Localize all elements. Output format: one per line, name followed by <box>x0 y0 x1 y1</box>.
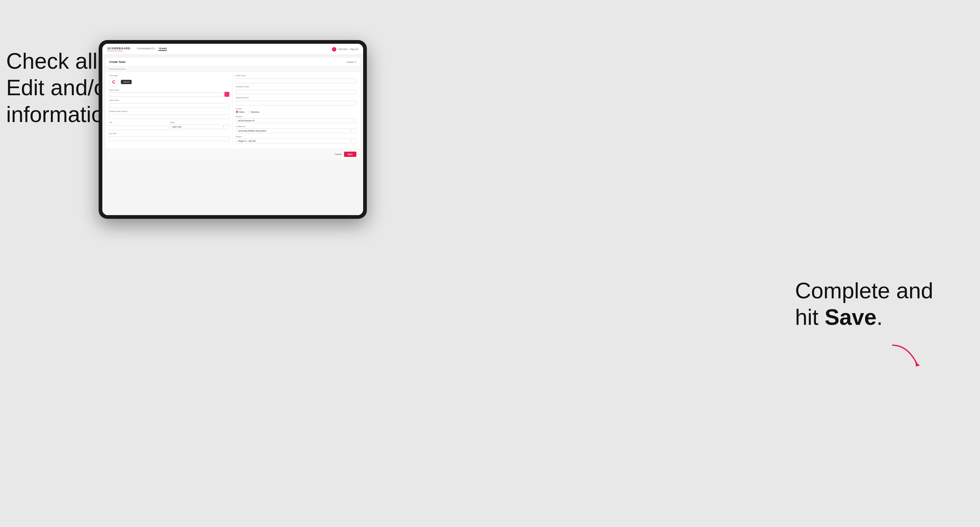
city-label: City <box>109 121 168 123</box>
upload-button[interactable]: Upload <box>121 80 132 84</box>
close-icon: ✕ <box>355 61 356 63</box>
team-colour-group: Team colour <box>109 89 229 97</box>
user-name: Test User | <box>338 48 348 50</box>
region-clear-icon[interactable]: ✕ <box>350 140 352 142</box>
display-name-group: Display name (unique) <box>109 110 229 119</box>
conference-label: Conference <box>236 125 356 127</box>
assistant-coach-label: Assistant Coach <box>236 86 356 87</box>
logo-section: C Upload <box>109 77 229 87</box>
form-right: Head Coach Assistant Coach Athletic Dire… <box>233 75 356 146</box>
athletic-director-label: Athletic Director <box>236 97 356 98</box>
gender-womens[interactable]: Womens <box>248 111 259 113</box>
division-chevron-icon: ⌃ <box>353 119 354 122</box>
mens-radio-dot[interactable] <box>236 111 238 113</box>
athletic-director-input[interactable] <box>236 101 356 105</box>
city-col: City <box>109 121 168 130</box>
region-group: Region Region II - (M) DIII ✕ ⌃ <box>236 136 356 143</box>
save-button[interactable]: Save <box>344 152 356 157</box>
head-coach-input[interactable] <box>236 79 356 83</box>
color-field <box>109 92 229 97</box>
logo-letter: C <box>112 79 115 84</box>
conference-select[interactable]: University Athletic Association ✕ ⌃ <box>236 128 356 133</box>
annotation-right-line1: Complete and <box>795 278 933 303</box>
conference-chevron-icon: ⌃ <box>353 130 354 132</box>
zip-group: Zip code <box>109 133 229 141</box>
navbar: SCOREBOARD Powered by clippd TOURNAMENTS… <box>102 44 363 55</box>
division-value: NCAA Division III <box>238 119 255 122</box>
team-name-label: Team name <box>109 99 229 101</box>
region-value: Region II - (M) DIII <box>238 140 350 142</box>
annotation-right-line2: hit <box>795 305 825 329</box>
head-coach-group: Head Coach <box>236 75 356 83</box>
state-clear-icon[interactable]: ✕ <box>223 125 224 128</box>
nav-teams[interactable]: TEAMS <box>159 48 167 51</box>
cancel-header[interactable]: Cancel ✕ <box>347 61 356 63</box>
division-group: Division NCAA Division III ⌃ <box>236 116 356 123</box>
page-content: Create Team Cancel ✕ TEAM DETAILS Team l… <box>102 55 363 215</box>
annotation-punct: . <box>877 305 883 329</box>
head-coach-label: Head Coach <box>236 75 356 76</box>
form-header: Create Team Cancel ✕ <box>105 58 360 66</box>
conference-value: University Athletic Association <box>238 130 350 132</box>
form-title: Create Team <box>109 60 126 63</box>
team-logo-label: Team logo <box>109 75 229 76</box>
colour-input[interactable] <box>109 92 223 97</box>
nav-links: TOURNAMENTS TEAMS <box>137 48 332 51</box>
user-avatar: T <box>332 47 336 51</box>
section-label: TEAM DETAILS <box>105 66 360 71</box>
cancel-button[interactable]: Cancel <box>335 153 342 156</box>
state-col: State New York ✕ ⌃ <box>170 121 229 130</box>
logo-circle: C <box>109 77 118 87</box>
city-input[interactable] <box>109 125 168 130</box>
city-state-group: City State New York ✕ ⌃ <box>109 121 229 130</box>
zip-label: Zip code <box>109 133 229 134</box>
form-left: Team logo C Upload Team colour <box>109 75 233 146</box>
womens-label: Womens <box>251 111 259 113</box>
form-footer: Cancel Save <box>105 149 360 159</box>
annotation-bold: Save <box>825 305 877 329</box>
region-label: Region <box>236 136 356 137</box>
team-logo-group: Team logo C Upload <box>109 75 229 87</box>
assistant-coach-group: Assistant Coach <box>236 86 356 94</box>
annotation-right: Complete and hit Save. <box>795 277 974 331</box>
svg-marker-1 <box>915 362 920 367</box>
cancel-label: Cancel <box>347 61 353 63</box>
brand-title: SCOREBOARD <box>107 47 130 50</box>
team-name-group: Team name <box>109 99 229 108</box>
nav-tournaments[interactable]: TOURNAMENTS <box>137 48 155 51</box>
state-select[interactable]: New York ✕ ⌃ <box>170 124 229 129</box>
brand-sub: Powered by clippd <box>107 50 130 52</box>
team-colour-label: Team colour <box>109 89 229 91</box>
form-container: Create Team Cancel ✕ TEAM DETAILS Team l… <box>105 58 360 159</box>
state-label: State <box>170 121 229 123</box>
division-label: Division <box>236 116 356 117</box>
state-chevron-icon: ⌃ <box>226 126 227 128</box>
right-arrow-icon <box>886 342 923 373</box>
gender-label: Gender <box>236 108 356 110</box>
division-select[interactable]: NCAA Division III ⌃ <box>236 118 356 123</box>
assistant-coach-input[interactable] <box>236 90 356 94</box>
tablet-screen: SCOREBOARD Powered by clippd TOURNAMENTS… <box>102 44 363 215</box>
display-name-label: Display name (unique) <box>109 110 229 112</box>
navbar-right: T Test User | Sign out <box>332 47 358 51</box>
womens-radio-dot[interactable] <box>248 111 250 113</box>
gender-mens[interactable]: Mens <box>236 111 245 113</box>
region-chevron-icon: ⌃ <box>353 140 354 142</box>
city-state-row: City State New York ✕ ⌃ <box>109 121 229 130</box>
tablet-device: SCOREBOARD Powered by clippd TOURNAMENTS… <box>99 40 367 219</box>
state-value: New York <box>172 126 223 128</box>
form-body: Team logo C Upload Team colour <box>105 71 360 149</box>
gender-group: Gender Mens Womens <box>236 108 356 113</box>
team-name-input[interactable] <box>109 103 229 108</box>
mens-label: Mens <box>239 111 245 113</box>
colour-swatch[interactable] <box>224 92 229 97</box>
display-name-input[interactable] <box>109 114 229 119</box>
athletic-director-group: Athletic Director <box>236 97 356 105</box>
conference-clear-icon[interactable]: ✕ <box>350 129 352 132</box>
zip-input[interactable] <box>109 137 229 141</box>
region-select[interactable]: Region II - (M) DIII ✕ ⌃ <box>236 138 356 143</box>
conference-group: Conference University Athletic Associati… <box>236 125 356 133</box>
brand: SCOREBOARD Powered by clippd <box>107 47 130 52</box>
gender-radio-group: Mens Womens <box>236 111 356 113</box>
signout-link[interactable]: Sign out <box>350 48 358 50</box>
